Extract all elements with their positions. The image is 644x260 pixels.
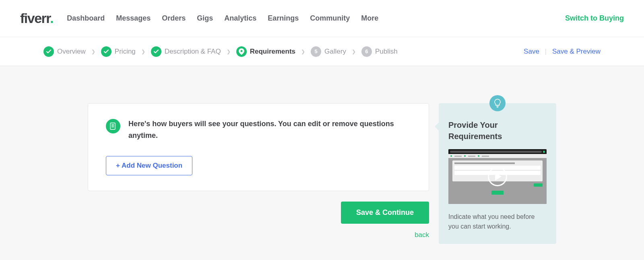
add-new-question-button[interactable]: + Add New Question — [106, 156, 192, 175]
chevron-right-icon: ❯ — [352, 49, 356, 54]
step-overview[interactable]: Overview — [43, 46, 86, 57]
step-publish[interactable]: 6 Publish — [361, 46, 398, 57]
chevron-right-icon: ❯ — [91, 49, 95, 54]
svg-rect-0 — [110, 123, 115, 129]
requirements-card: Here's how buyers will see your question… — [88, 103, 429, 191]
save-continue-button[interactable]: Save & Continue — [341, 202, 429, 224]
step-label: Gallery — [324, 48, 346, 56]
nav-messages[interactable]: Messages — [116, 14, 151, 23]
step-number: 5 — [311, 46, 321, 57]
divider: | — [545, 48, 547, 55]
logo[interactable]: fiverr. — [20, 10, 53, 26]
nav-orders[interactable]: Orders — [162, 14, 186, 23]
switch-to-buying-link[interactable]: Switch to Buying — [565, 14, 624, 23]
stepper-actions: Save | Save & Preview — [524, 48, 601, 56]
logo-dot: . — [50, 10, 53, 26]
nav-dashboard[interactable]: Dashboard — [67, 14, 105, 23]
card-description: Here's how buyers will see your question… — [128, 118, 411, 141]
step-requirements[interactable]: Requirements — [236, 46, 295, 57]
chevron-right-icon: ❯ — [301, 49, 305, 54]
tip-video-thumbnail[interactable] — [448, 149, 547, 204]
page-body: Here's how buyers will see your question… — [0, 66, 644, 260]
tip-title: Provide Your Requirements — [448, 119, 547, 142]
card-head: Here's how buyers will see your question… — [106, 118, 411, 141]
step-label: Publish — [375, 48, 398, 56]
nav-community[interactable]: Community — [310, 14, 350, 23]
location-icon — [236, 46, 247, 57]
step-pricing[interactable]: Pricing — [101, 46, 136, 57]
step-number: 6 — [361, 46, 372, 57]
container: Here's how buyers will see your question… — [88, 103, 556, 244]
check-icon — [43, 46, 54, 57]
steps: Overview ❯ Pricing ❯ Description & FAQ ❯… — [43, 46, 524, 57]
chevron-right-icon: ❯ — [227, 49, 231, 54]
back-link[interactable]: back — [415, 231, 429, 239]
step-description[interactable]: Description & FAQ — [151, 46, 221, 57]
nav-analytics[interactable]: Analytics — [224, 14, 256, 23]
tip-description: Indicate what you need before you can st… — [448, 212, 547, 231]
document-icon — [106, 119, 120, 133]
logo-text: fiverr — [20, 10, 50, 26]
main-column: Here's how buyers will see your question… — [88, 103, 429, 244]
play-icon[interactable] — [488, 167, 507, 186]
actions-row: Save & Continue back — [88, 202, 429, 239]
stepper-bar: Overview ❯ Pricing ❯ Description & FAQ ❯… — [0, 37, 644, 66]
step-label: Overview — [57, 48, 86, 56]
nav-earnings[interactable]: Earnings — [268, 14, 299, 23]
save-preview-link[interactable]: Save & Preview — [552, 48, 601, 56]
nav-gigs[interactable]: Gigs — [197, 14, 213, 23]
step-label: Requirements — [250, 48, 295, 56]
chevron-right-icon: ❯ — [141, 49, 145, 54]
save-link[interactable]: Save — [524, 48, 539, 56]
header: fiverr. Dashboard Messages Orders Gigs A… — [0, 0, 644, 37]
check-icon — [151, 46, 161, 57]
lightbulb-icon — [489, 95, 506, 111]
step-gallery[interactable]: 5 Gallery — [311, 46, 346, 57]
tip-panel: Provide Your Requirements Indica — [439, 103, 556, 244]
check-icon — [101, 46, 111, 57]
step-label: Description & FAQ — [165, 48, 221, 56]
nav-more[interactable]: More — [361, 14, 378, 23]
main-nav: Dashboard Messages Orders Gigs Analytics… — [67, 14, 565, 23]
step-label: Pricing — [115, 48, 136, 56]
